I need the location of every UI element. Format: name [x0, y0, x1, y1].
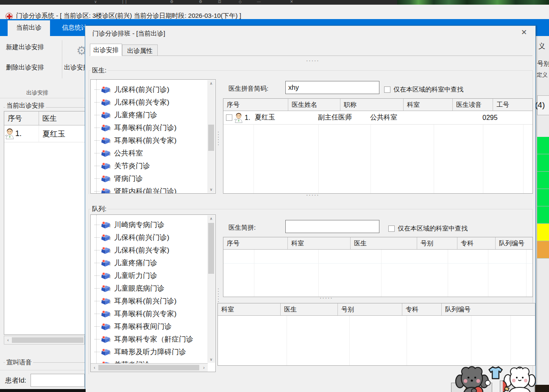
- tree-item[interactable]: 耳鼻喉科(前兴专家): [94, 307, 215, 320]
- column-header-doctor[interactable]: 医生: [39, 111, 85, 125]
- scrollbar-thumb[interactable]: [208, 223, 214, 274]
- patient-id-label: 患者Id:: [5, 376, 26, 385]
- column-header[interactable]: 队列编号: [496, 237, 532, 249]
- tree-item[interactable]: 儿保科(前兴专家): [94, 96, 215, 108]
- table-row[interactable]: 1. 夏红玉: [4, 125, 85, 142]
- queue-status-row[interactable]: [537, 154, 549, 172]
- tree-item[interactable]: 耳畸形及听力障碍门诊: [94, 345, 215, 358]
- tree-item[interactable]: 儿童疼痛门诊: [94, 256, 215, 269]
- queue-status-row[interactable]: [537, 241, 549, 259]
- patient-id-input[interactable]: [31, 374, 85, 387]
- main-window-titlebar[interactable]: 门诊分诊系统 - [ 当前诊区: 3楼诊区(前兴) 当前分诊日期时段: 2026…: [0, 5, 549, 19]
- column-header[interactable]: 医生姓名: [288, 99, 340, 111]
- scroll-down-icon[interactable]: ∨: [207, 186, 215, 193]
- scroll-left-icon[interactable]: ‹: [4, 338, 12, 342]
- tree-item[interactable]: 耳鼻喉科夜间门诊: [94, 320, 215, 333]
- tab-properties[interactable]: 出诊属性: [122, 44, 158, 56]
- queue-status-row[interactable]: [537, 224, 549, 241]
- close-icon[interactable]: ✕: [290, 0, 293, 4]
- tree-item[interactable]: 儿童眼底病门诊: [94, 282, 215, 295]
- delete-schedule-button[interactable]: 删除出诊安排: [6, 64, 44, 72]
- queue-search-input[interactable]: [285, 220, 379, 233]
- queue-status-row[interactable]: [537, 189, 549, 206]
- splitter-handle[interactable]: ······: [217, 287, 220, 303]
- splitter-handle[interactable]: ·····: [306, 59, 320, 62]
- scroll-left-icon[interactable]: ‹: [91, 365, 98, 370]
- column-header[interactable]: 号别: [417, 237, 457, 249]
- tree-item[interactable]: 肾脏内科(前兴门诊): [94, 185, 215, 194]
- gear-icon[interactable]: ⚙: [199, 0, 202, 4]
- tree-item[interactable]: 儿童疼痛门诊: [94, 108, 215, 121]
- cell-employee-id: 0295: [479, 114, 519, 122]
- scrollbar-thumb[interactable]: [98, 365, 199, 370]
- pause-icon[interactable]: ❘❘: [121, 0, 128, 4]
- tree-item[interactable]: 儿童听力门诊: [94, 269, 215, 282]
- queue-status-row[interactable]: [537, 137, 549, 154]
- doctor-filter-checkbox[interactable]: [384, 86, 390, 93]
- doctor-search-input[interactable]: xhy: [285, 81, 379, 94]
- doctor-result-row[interactable]: 1. 夏红玉 副主任医师 公共科室 0295: [223, 111, 532, 125]
- column-header[interactable]: 医生读音: [453, 99, 493, 111]
- column-header[interactable]: 序号: [223, 237, 288, 249]
- column-header[interactable]: 医生: [281, 303, 338, 315]
- tree-item[interactable]: 关节炎门诊: [94, 159, 215, 172]
- column-header[interactable]: 专科: [402, 303, 442, 315]
- tree-item[interactable]: 耳鼻喉科(前兴专家): [94, 134, 215, 147]
- tree-item[interactable]: 耳鼻喉科(前兴门诊): [94, 295, 215, 307]
- column-header[interactable]: 科室: [288, 237, 351, 249]
- pingpong-ball-sticker: [485, 380, 491, 388]
- white-dog-sticker: [503, 365, 538, 392]
- tree-item[interactable]: 耳鼻喉科(前兴门诊): [94, 121, 215, 134]
- tree-item[interactable]: 川崎病专病门诊: [94, 218, 215, 231]
- column-header[interactable]: 序号: [223, 99, 288, 111]
- doctor-tree-vscrollbar[interactable]: ∧ ∨: [207, 80, 215, 193]
- selected-queues-table[interactable]: 科室医生号别专科队列编号: [217, 303, 535, 366]
- scroll-up-icon[interactable]: ∧: [207, 215, 215, 222]
- scrollbar-thumb[interactable]: [12, 337, 84, 343]
- row-checkbox[interactable]: [226, 114, 232, 121]
- queue-status-row[interactable]: [537, 172, 549, 189]
- tree-item[interactable]: 儿保科(前兴门诊): [94, 83, 215, 96]
- queue-filter-checkbox[interactable]: [388, 225, 395, 232]
- tab-schedule[interactable]: 出诊安排: [90, 44, 122, 56]
- splitter-handle[interactable]: ·····: [320, 297, 333, 299]
- column-header[interactable]: 科室: [218, 303, 281, 315]
- diamond-icon[interactable]: ◇: [239, 0, 242, 4]
- splitter-handle[interactable]: ······: [217, 131, 220, 146]
- gear-icon[interactable]: ⚙: [170, 0, 173, 4]
- column-header-seq[interactable]: 序号: [4, 111, 39, 125]
- column-header[interactable]: 医生: [351, 237, 417, 249]
- column-header[interactable]: 专科: [457, 237, 496, 249]
- column-header[interactable]: 工号: [493, 99, 532, 111]
- doctor-tree[interactable]: 儿保科(前兴门诊) 儿保科(前兴专家) 儿童疼痛门诊: [90, 79, 216, 194]
- splitter-handle[interactable]: ·····: [306, 194, 320, 196]
- queue-tree[interactable]: 川崎病专病门诊 儿保科(前兴门诊) 儿保科(前兴专家): [90, 214, 216, 372]
- queue-status-row[interactable]: [537, 206, 549, 224]
- scrollbar-thumb[interactable]: [208, 125, 214, 151]
- new-schedule-button[interactable]: 新建出诊安排: [6, 43, 44, 51]
- tree-item[interactable]: 儿保科(前兴门诊): [94, 231, 215, 244]
- column-header[interactable]: 队列编号: [442, 303, 535, 315]
- stop-icon[interactable]: ⊡: [218, 0, 221, 4]
- tree-item[interactable]: 儿保科(前兴专家): [94, 244, 215, 256]
- scroll-up-icon[interactable]: ∧: [207, 80, 215, 87]
- tree-item[interactable]: 肾病门诊: [94, 172, 215, 185]
- tab-current-clinic[interactable]: 当前出诊: [8, 20, 50, 36]
- tree-connector: [95, 288, 100, 289]
- tree-item[interactable]: 公共科室: [94, 147, 215, 159]
- column-header[interactable]: 科室: [404, 99, 453, 111]
- queue-results-table[interactable]: 序号科室医生号别专科队列编号: [223, 237, 533, 297]
- queue-tree-hscrollbar[interactable]: ‹ ›: [91, 363, 208, 372]
- left-panel-hscrollbar[interactable]: ‹: [4, 336, 85, 345]
- chevron-down-icon[interactable]: ∨: [94, 0, 97, 4]
- tree-item[interactable]: 耳鼻喉科专家（鼾症门诊: [94, 333, 215, 345]
- scroll-down-icon[interactable]: ∨: [207, 356, 215, 363]
- minimize-icon[interactable]: —: [257, 0, 261, 4]
- scroll-right-icon[interactable]: ›: [200, 365, 208, 370]
- column-header[interactable]: 职称: [340, 99, 404, 111]
- doctor-results-table[interactable]: 序号医生姓名职称科室医生读音工号 1. 夏红玉 副主任医师 公共科室 0295: [223, 98, 533, 194]
- column-header[interactable]: 号别: [338, 303, 402, 315]
- dialog-close-button[interactable]: ✕: [517, 27, 531, 39]
- queue-section-label: 队列:: [91, 205, 108, 213]
- queue-tree-vscrollbar[interactable]: ∧ ∨: [207, 215, 215, 363]
